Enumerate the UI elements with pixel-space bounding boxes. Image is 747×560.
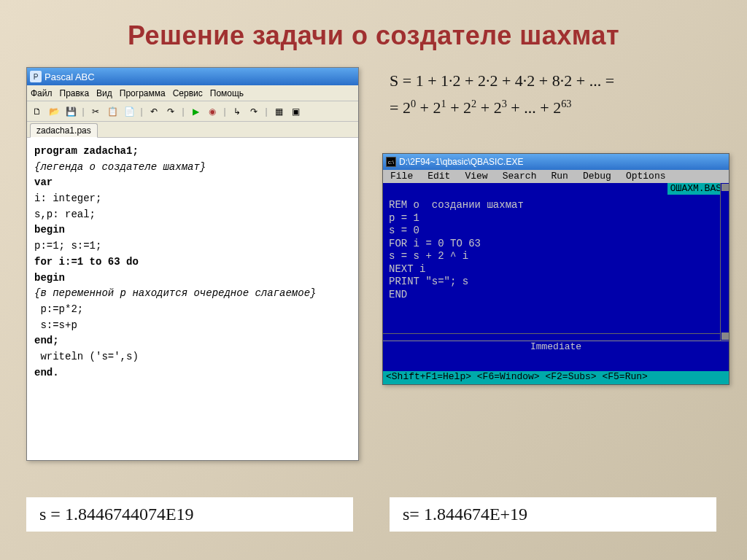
qb-menu-debug[interactable]: Debug xyxy=(576,171,619,182)
tab-strip: zadacha1.pas xyxy=(27,122,358,138)
undo-icon[interactable]: ↶ xyxy=(147,104,161,119)
immediate-pane: Immediate xyxy=(383,341,729,370)
code-line: s,p: real; xyxy=(34,207,351,223)
qb-statusbar: <Shift+F1=Help> <F6=Window> <F2=Subs> <F… xyxy=(383,371,729,384)
toolbar: 🗋 📂 💾 | ✂ 📋 📄 | ↶ ↷ | ▶ ◉ | ↳ ↷ | ▦ ▣ xyxy=(27,101,358,122)
code-line: var xyxy=(34,175,351,191)
result-pascal: s = 1.8446744074E19 xyxy=(26,497,353,532)
console-icon[interactable]: ▣ xyxy=(288,104,303,119)
step-over-icon[interactable]: ↷ xyxy=(247,104,261,119)
code-line: {легенда о создателе шахмат} xyxy=(34,160,351,176)
menu-service[interactable]: Сервис xyxy=(173,88,203,98)
code-line: end; xyxy=(34,333,351,349)
qbasic-window: c:\ D:\2F94~1\qbasic\QBASIC.EXE File Edi… xyxy=(382,153,729,385)
menu-file[interactable]: Файл xyxy=(31,88,53,98)
immediate-label: Immediate xyxy=(383,341,729,353)
window-title: Pascal ABC xyxy=(44,71,95,82)
qb-file-label: ОШАХМ.BAS xyxy=(667,183,724,195)
page-title: Решение задачи о создателе шахмат xyxy=(0,20,747,51)
code-line: writeln ('s=',s) xyxy=(34,349,351,365)
menubar: Файл Правка Вид Программа Сервис Помощь xyxy=(27,85,358,101)
code-line: for i:=1 to 63 do xyxy=(34,254,351,271)
redo-icon[interactable]: ↷ xyxy=(163,104,178,119)
separator: | xyxy=(222,104,228,119)
qb-menu-run[interactable]: Run xyxy=(543,171,575,182)
separator: | xyxy=(139,104,144,119)
code-line: {в переменной p находится очередное слаг… xyxy=(34,286,351,302)
menu-view[interactable]: Вид xyxy=(96,88,112,98)
cut-icon[interactable]: ✂ xyxy=(88,104,103,119)
separator: | xyxy=(263,104,269,119)
code-line: p:=1; s:=1; xyxy=(34,238,351,254)
separator: | xyxy=(80,104,86,119)
paste-icon[interactable]: 📄 xyxy=(122,104,136,119)
code-line: end. xyxy=(34,365,351,381)
qb-menu-edit[interactable]: Edit xyxy=(420,171,457,182)
copy-icon[interactable]: 📋 xyxy=(105,104,120,119)
code-line: i: integer; xyxy=(34,191,351,207)
menu-help[interactable]: Помощь xyxy=(210,88,244,98)
formula-line2: = 20 + 21 + 22 + 23 + ... + 263 xyxy=(390,94,722,121)
window-icon[interactable]: ▦ xyxy=(271,104,286,119)
code-line: begin xyxy=(34,222,351,238)
separator: | xyxy=(180,104,186,119)
window-title: D:\2F94~1\qbasic\QBASIC.EXE xyxy=(399,157,523,167)
qb-code-area[interactable]: REM о создании шахмат p = 1 s = 0 FOR i … xyxy=(383,183,729,304)
result-qbasic: s= 1.844674E+19 xyxy=(390,497,716,532)
open-icon[interactable]: 📂 xyxy=(47,104,61,119)
code-line: s:=s+p xyxy=(34,318,351,334)
qb-menu-search[interactable]: Search xyxy=(495,171,544,182)
formula: S = 1 + 1·2 + 2·2 + 4·2 + 8·2 + ... = = … xyxy=(390,67,722,122)
code-area[interactable]: program zadacha1;{легенда о создателе ша… xyxy=(27,138,358,386)
qb-screen: File Edit View Search Run Debug Options … xyxy=(383,170,729,384)
code-line: program zadacha1; xyxy=(34,144,351,160)
qb-menu-file[interactable]: File xyxy=(383,171,420,182)
qb-menubar: File Edit View Search Run Debug Options xyxy=(383,170,729,183)
run-icon[interactable]: ▶ xyxy=(188,104,203,119)
menu-program[interactable]: Программа xyxy=(120,88,166,98)
menu-edit[interactable]: Правка xyxy=(60,88,90,98)
pascal-window: P Pascal ABC Файл Правка Вид Программа С… xyxy=(26,67,359,461)
titlebar: P Pascal ABC xyxy=(27,68,358,85)
app-icon: P xyxy=(30,71,42,82)
formula-line1: S = 1 + 1·2 + 2·2 + 4·2 + 8·2 + ... = xyxy=(390,67,722,94)
qb-menu-view[interactable]: View xyxy=(457,171,495,182)
save-icon[interactable]: 💾 xyxy=(63,104,78,119)
code-line: begin xyxy=(34,271,351,287)
tab-file[interactable]: zadacha1.pas xyxy=(30,123,98,138)
qb-titlebar: c:\ D:\2F94~1\qbasic\QBASIC.EXE xyxy=(383,154,729,170)
qb-menu-options[interactable]: Options xyxy=(619,171,673,182)
scrollbar-vertical[interactable] xyxy=(720,183,729,341)
stop-icon[interactable]: ◉ xyxy=(205,104,220,119)
code-line: p:=p*2; xyxy=(34,302,351,318)
console-icon: c:\ xyxy=(386,157,396,167)
new-file-icon[interactable]: 🗋 xyxy=(30,104,44,119)
step-into-icon[interactable]: ↳ xyxy=(230,104,244,119)
